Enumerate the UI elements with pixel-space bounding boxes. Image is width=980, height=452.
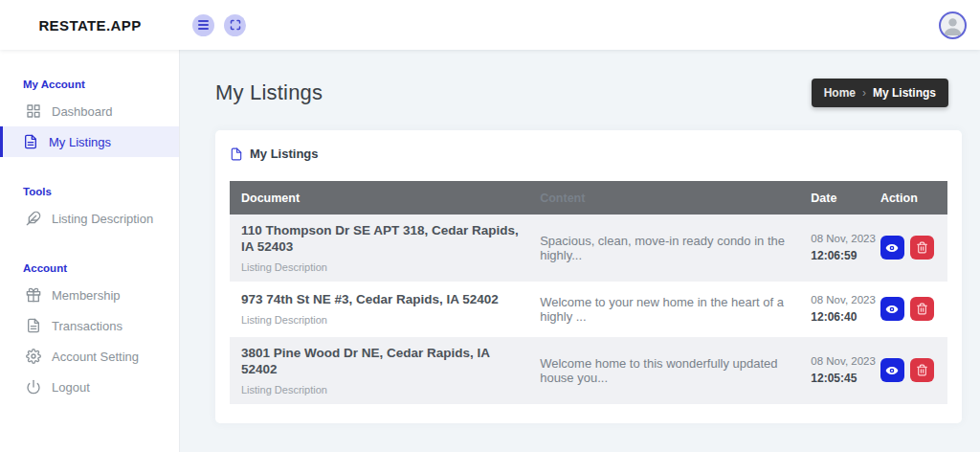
main-content: My Listings Home › My Listings My Listin… <box>180 50 980 452</box>
sidebar-item-label: Account Setting <box>52 350 139 364</box>
sidebar-section-tools: Tools <box>23 186 179 197</box>
table-row: 110 Thompson Dr SE APT 318, Cedar Rapids… <box>230 215 947 282</box>
listings-card: My Listings Document Content Date Action… <box>215 130 962 423</box>
breadcrumb-separator-icon: › <box>862 86 866 100</box>
delete-button[interactable] <box>910 297 934 321</box>
table-row: 3801 Pine Wood Dr NE, Cedar Rapids, IA 5… <box>230 337 947 404</box>
document-subtitle: Listing Description <box>241 384 526 396</box>
topbar: RESTATE.APP <box>0 0 980 50</box>
document-subtitle: Listing Description <box>241 261 526 273</box>
sidebar-item-account-setting[interactable]: Account Setting <box>0 341 179 372</box>
menu-toggle-button[interactable] <box>192 14 214 36</box>
sidebar-item-logout[interactable]: Logout <box>0 372 179 402</box>
date-value: 08 Nov, 2023 <box>811 294 880 305</box>
content-cell: Welcome to your new home in the heart of… <box>540 295 811 324</box>
sidebar-section-my-account: My Account <box>23 79 179 90</box>
document-cell: 110 Thompson Dr SE APT 318, Cedar Rapids… <box>241 223 540 273</box>
action-cell <box>880 297 936 321</box>
file-text-icon <box>26 318 41 333</box>
date-cell: 08 Nov, 2023 12:06:59 <box>811 233 880 262</box>
person-icon <box>941 13 965 37</box>
eye-icon <box>885 241 899 255</box>
time-value: 12:05:45 <box>811 372 880 385</box>
document-subtitle: Listing Description <box>241 314 526 326</box>
column-header-action: Action <box>880 192 936 205</box>
column-header-content: Content <box>540 192 811 205</box>
page-head: My Listings Home › My Listings <box>215 50 962 107</box>
table-header-row: Document Content Date Action <box>230 181 947 215</box>
card-header-title: My Listings <box>250 147 319 161</box>
view-button[interactable] <box>880 358 904 382</box>
document-title: 973 74th St NE #3, Cedar Rapids, IA 5240… <box>241 292 526 308</box>
content-cell: Welcome home to this wonderfully updated… <box>540 356 811 385</box>
power-icon <box>26 379 41 395</box>
sidebar-item-label: Listing Description <box>52 212 153 226</box>
breadcrumb-current: My Listings <box>873 86 936 100</box>
user-avatar[interactable] <box>939 11 967 39</box>
document-title: 3801 Pine Wood Dr NE, Cedar Rapids, IA 5… <box>241 346 526 378</box>
sidebar-item-membership[interactable]: Membership <box>0 280 179 310</box>
topbar-right <box>939 11 967 39</box>
listings-table: Document Content Date Action 110 Thompso… <box>230 181 947 404</box>
action-cell <box>880 358 936 382</box>
sidebar-item-label: Membership <box>52 288 121 303</box>
document-title: 110 Thompson Dr SE APT 318, Cedar Rapids… <box>241 223 526 256</box>
view-button[interactable] <box>880 236 904 260</box>
trash-icon <box>916 241 928 254</box>
app-logo: RESTATE.APP <box>38 17 141 34</box>
trash-icon <box>916 303 928 315</box>
grid-icon <box>26 103 41 119</box>
time-value: 12:06:40 <box>811 310 880 324</box>
file-icon <box>230 147 243 161</box>
logo-box: RESTATE.APP <box>0 17 180 34</box>
fullscreen-button[interactable] <box>224 14 246 36</box>
date-value: 08 Nov, 2023 <box>811 233 880 244</box>
column-header-document: Document <box>241 192 540 205</box>
delete-button[interactable] <box>910 358 934 382</box>
trash-icon <box>916 364 928 376</box>
sidebar: My Account Dashboard My Listings Tools L… <box>0 50 180 452</box>
document-cell: 3801 Pine Wood Dr NE, Cedar Rapids, IA 5… <box>241 346 540 396</box>
eye-icon <box>885 303 899 316</box>
feather-pen-icon <box>26 211 41 226</box>
date-value: 08 Nov, 2023 <box>811 355 880 367</box>
sidebar-section-account: Account <box>23 262 179 274</box>
page-title: My Listings <box>215 80 323 105</box>
sidebar-item-my-listings[interactable]: My Listings <box>0 126 179 157</box>
sidebar-item-listing-description[interactable]: Listing Description <box>0 203 179 234</box>
time-value: 12:06:59 <box>811 249 880 262</box>
delete-button[interactable] <box>910 236 934 260</box>
sidebar-item-dashboard[interactable]: Dashboard <box>0 96 179 126</box>
maximize-icon <box>230 19 241 31</box>
gear-icon <box>26 349 41 364</box>
column-header-date: Date <box>811 192 880 205</box>
date-cell: 08 Nov, 2023 12:05:45 <box>811 355 880 385</box>
action-cell <box>880 236 936 260</box>
topbar-actions <box>192 14 246 36</box>
breadcrumb-home-link[interactable]: Home <box>824 86 856 100</box>
sidebar-item-label: Logout <box>52 380 90 395</box>
view-button[interactable] <box>880 297 904 321</box>
sidebar-item-label: My Listings <box>49 135 111 149</box>
sidebar-item-label: Transactions <box>52 319 122 333</box>
table-row: 973 74th St NE #3, Cedar Rapids, IA 5240… <box>230 282 947 337</box>
sidebar-item-label: Dashboard <box>52 104 113 119</box>
content-cell: Spacious, clean, move-in ready condo in … <box>540 234 811 262</box>
hamburger-icon <box>198 20 209 30</box>
breadcrumb: Home › My Listings <box>812 79 948 107</box>
sidebar-item-transactions[interactable]: Transactions <box>0 310 179 341</box>
document-cell: 973 74th St NE #3, Cedar Rapids, IA 5240… <box>241 292 540 326</box>
date-cell: 08 Nov, 2023 12:06:40 <box>811 294 880 324</box>
card-header: My Listings <box>230 147 947 161</box>
file-text-icon <box>23 134 38 149</box>
gift-icon <box>26 287 41 303</box>
eye-icon <box>885 364 899 377</box>
